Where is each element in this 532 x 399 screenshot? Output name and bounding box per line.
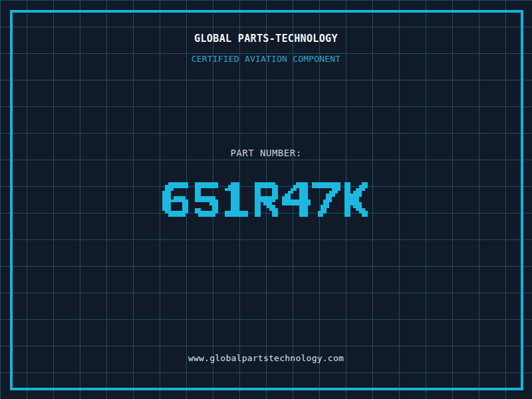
part-number-display bbox=[0, 182, 532, 217]
company-title: GLOBAL PARTS-TECHNOLOGY bbox=[0, 33, 532, 45]
website-url: www.globalpartstechnology.com bbox=[0, 353, 532, 363]
part-number-pixel-text bbox=[162, 182, 370, 217]
blueprint-page: GLOBAL PARTS-TECHNOLOGY CERTIFIED AVIATI… bbox=[0, 0, 532, 399]
part-number-label: PART NUMBER: bbox=[0, 148, 532, 158]
certification-subtitle: CERTIFIED AVIATION COMPONENT bbox=[0, 54, 532, 64]
